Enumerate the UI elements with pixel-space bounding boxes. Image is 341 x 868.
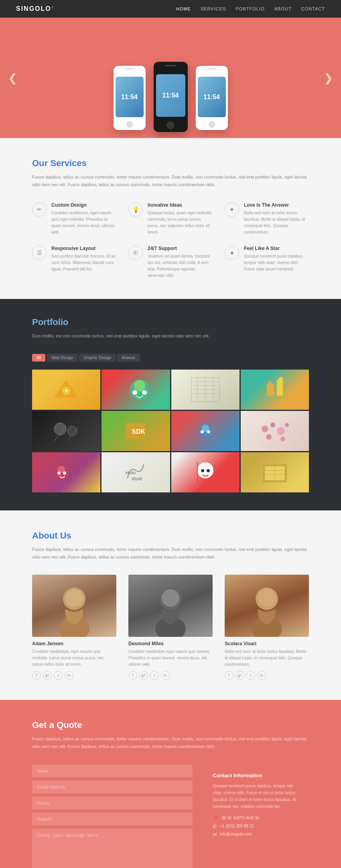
filter-all[interactable]: All <box>32 354 45 362</box>
service-content-5: Feel Like A Star Quisque hendrerit purus… <box>244 246 309 272</box>
social-gplus-0[interactable]: g+ <box>43 671 52 680</box>
service-content-0: Custom Design Curabitur vestibulum, eget… <box>51 202 116 236</box>
team-member-2: Scolara Visari Nulla sed nunc at tortor … <box>225 575 309 680</box>
phone-home-left <box>126 121 133 128</box>
phone-white-right: 11:54 <box>196 66 228 130</box>
form-phone-input[interactable] <box>32 797 193 809</box>
portfolio-item-11[interactable] <box>241 452 309 492</box>
service-title-1: Inovative Ideas <box>148 202 213 208</box>
service-item-4: ✆ 24/7 Support Vivamus vel quam lacinia,… <box>128 246 213 279</box>
portfolio-img-0: ✦ <box>32 370 100 410</box>
nav-links: HOME SERVICES PORTFOLIO ABOUT CONTACT <box>176 6 325 11</box>
svg-point-6 <box>142 390 147 395</box>
svg-point-33 <box>266 434 272 440</box>
portfolio-item-8[interactable] <box>32 452 100 492</box>
quote-section: Get a Quote Fusce dapibus, tellus ac cur… <box>0 700 341 868</box>
contact-address: 📍 98 W. 340TH AVE W. <box>213 816 301 821</box>
services-title: Our Services <box>32 158 309 169</box>
social-linkedin-2[interactable]: in <box>257 671 266 680</box>
portfolio-item-1[interactable] <box>101 370 170 410</box>
services-grid: ✏ Custom Design Curabitur vestibulum, eg… <box>32 202 309 279</box>
portfolio-item-7[interactable] <box>241 411 309 451</box>
svg-point-30 <box>270 423 275 427</box>
portfolio-item-5[interactable]: SDK <box>101 411 170 451</box>
phone-time-center: 11:54 <box>162 92 179 99</box>
social-gplus-1[interactable]: g+ <box>139 671 148 680</box>
contact-address-text: 98 W. 340TH AVE W. <box>222 816 260 820</box>
team-member-0: Adam Jensen Curabitur vestibulum, eget m… <box>32 575 116 680</box>
portfolio-item-3[interactable] <box>241 370 309 410</box>
service-icon-1: 💡 <box>128 202 143 217</box>
portfolio-item-2[interactable] <box>171 370 240 410</box>
social-facebook-1[interactable]: f <box>128 671 137 680</box>
svg-point-53 <box>65 589 83 607</box>
form-name-input[interactable] <box>32 764 193 777</box>
portfolio-item-4[interactable] <box>32 411 100 451</box>
filter-web[interactable]: Web Design <box>47 354 77 362</box>
quote-layout: SUBMIT Contact Information Quisque hendr… <box>32 764 309 868</box>
hero-section: ❮ 11:54 11:54 <box>0 18 341 138</box>
svg-point-59 <box>258 589 276 607</box>
service-item-0: ✏ Custom Design Curabitur vestibulum, eg… <box>32 202 116 236</box>
social-facebook-0[interactable]: f <box>32 671 41 680</box>
social-linkedin-1[interactable]: in <box>161 671 170 680</box>
filter-artwork[interactable]: Artwork <box>117 354 140 362</box>
service-icon-2: ♥ <box>225 202 239 217</box>
phone-left: 11:54 <box>114 66 146 134</box>
phone-screen-right: 11:54 <box>198 77 226 117</box>
form-email-input[interactable] <box>32 781 193 793</box>
service-desc-5: Quisque hendrerit purus dapibus, tempor … <box>244 253 309 272</box>
team-social-1: f g+ t in <box>128 671 213 680</box>
svg-point-43 <box>201 469 204 472</box>
filter-graphic[interactable]: Graphic Design <box>79 354 116 362</box>
services-description: Fusce dapibus, tellus ac cursus commodo,… <box>32 173 309 188</box>
team-social-2: f g+ t in <box>225 671 309 680</box>
logo-sup: © <box>51 6 55 9</box>
nav-portfolio[interactable]: PORTFOLIO <box>235 6 264 11</box>
social-linkedin-0[interactable]: in <box>65 671 73 680</box>
team-name-2: Scolara Visari <box>225 641 309 646</box>
service-icon-5: ★ <box>225 246 239 260</box>
service-item-2: ♥ Love Is The Answer Nulla sed nunc at t… <box>225 202 309 236</box>
service-title-2: Love Is The Answer <box>244 202 309 208</box>
contact-info-desc: Quisque hendrerit purus dapibus, tempor … <box>213 783 301 810</box>
social-twitter-1[interactable]: t <box>150 671 159 680</box>
social-gplus-2[interactable]: g+ <box>235 671 244 680</box>
service-item-5: ★ Feel Like A Star Quisque hendrerit pur… <box>225 246 309 279</box>
social-facebook-2[interactable]: f <box>225 671 233 680</box>
phones-container: 11:54 11:54 11:54 <box>114 18 228 138</box>
form-message-input[interactable] <box>32 829 193 868</box>
contact-email: ✉ info@singolo.com <box>213 832 301 838</box>
nav-about[interactable]: ABOUT <box>274 6 292 11</box>
prev-arrow[interactable]: ❮ <box>8 71 17 85</box>
portfolio-img-8 <box>32 452 100 492</box>
contact-phone: ✆ +1 (555) 355 98 22 <box>213 824 301 829</box>
service-content-1: Inovative Ideas Quisque luctus, quam ege… <box>148 202 213 236</box>
social-twitter-2[interactable]: t <box>246 671 255 680</box>
portfolio-img-10 <box>171 452 240 492</box>
next-arrow[interactable]: ❯ <box>324 71 333 85</box>
portfolio-item-0[interactable]: ✦ <box>32 370 100 410</box>
phone-screen-left: 11:54 <box>116 77 144 117</box>
portfolio-description: Duis mollis, est non commodo luctus, nis… <box>32 332 309 340</box>
navbar: SINGOLO© HOME SERVICES PORTFOLIO ABOUT C… <box>0 0 341 18</box>
team-desc-2: Nulla sed nunc at tortor luctus faucibus… <box>225 648 309 668</box>
form-subject-input[interactable] <box>32 813 193 825</box>
services-section: Our Services Fusce dapibus, tellus ac cu… <box>0 138 341 299</box>
portfolio-item-9[interactable]: HelloWorld <box>101 452 170 492</box>
service-icon-4: ✆ <box>128 246 143 260</box>
service-desc-0: Curabitur vestibulum, eget mauris quis e… <box>51 210 116 236</box>
svg-point-32 <box>285 423 289 427</box>
team-photo-0 <box>32 575 116 637</box>
portfolio-item-10[interactable] <box>171 452 240 492</box>
nav-home[interactable]: HOME <box>176 6 191 11</box>
nav-contact[interactable]: CONTACT <box>301 6 325 11</box>
nav-services[interactable]: SERVICES <box>201 6 226 11</box>
portfolio-img-7 <box>241 411 309 451</box>
portfolio-title: Portfolio <box>32 317 309 327</box>
portfolio-item-6[interactable] <box>171 411 240 451</box>
service-desc-1: Quisque luctus, quam eget molestie commo… <box>148 210 213 236</box>
svg-point-20 <box>67 426 77 436</box>
social-twitter-0[interactable]: t <box>54 671 63 680</box>
logo-text: SINGOLO <box>16 5 51 12</box>
